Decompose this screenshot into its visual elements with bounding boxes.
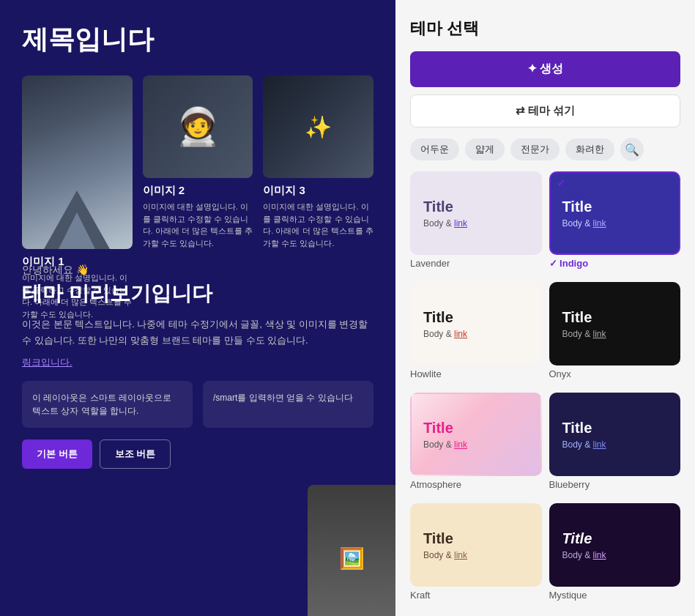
image-label-3: 이미지 3 [263,184,373,198]
label-lavender: Lavender [410,258,542,269]
main-title: 제목입니다 [22,22,373,58]
image-desc-3: 이미지에 대한 설명입니다. 이를 클릭하고 수정할 수 있습니다. 아래에 더… [263,201,373,249]
image-desc-2: 이미지에 대한 설명입니다. 이를 클릭하고 수정할 수 있습니다. 아래에 더… [143,201,253,249]
onyx-link: link [593,329,606,339]
kraft-link: link [454,550,467,560]
right-panel: 테마 선택 ✦ 생성 ⇄ 테마 섞기 어두운 얇게 전문가 화려한 🔍 Titl… [395,0,695,616]
image-placeholder-3[interactable]: ✨ [263,75,373,178]
theme-label-row-2: Howlite Onyx [410,365,680,385]
kraft-title: Title [423,530,529,547]
image-placeholder-1[interactable] [22,75,133,249]
filter-vibrant[interactable]: 화려한 [565,138,614,160]
onyx-body: Body & link [562,329,668,339]
theme-card-indigo-inner: Title Body & link [551,173,680,253]
preview-title: 테마 미리보기입니다 [22,280,373,308]
atmosphere-link: link [454,439,467,450]
label-indigo: ✓ Indigo [549,258,681,269]
atmosphere-body: Body & link [423,439,529,450]
shuffle-button[interactable]: ⇄ 테마 섞기 [410,94,680,127]
theme-row-1: Title Body & link ✓ Title Body & link [410,171,680,255]
howlite-body: Body & link [423,329,529,339]
theme-card-blueberry-inner: Title Body & link [551,394,680,475]
blueberry-title: Title [562,420,668,437]
theme-card-mystique-inner: Title Body & link [551,505,680,585]
generate-button[interactable]: ✦ 생성 [410,51,680,87]
theme-grid: Title Body & link ✓ Title Body & link La… [410,171,680,606]
secondary-button[interactable]: 보조 버튼 [100,439,171,469]
theme-card-blueberry[interactable]: Title Body & link [549,393,681,476]
text-boxes: 이 레이아웃은 스마트 레이아웃으로 텍스트 상자 역할을 합니다. /smar… [22,381,373,428]
mystique-link: link [593,550,606,560]
mystique-title: Title [562,530,668,547]
filter-row: 어두운 얇게 전문가 화려한 🔍 [410,138,680,161]
indigo-title: Title [562,198,668,215]
theme-row-2: Title Body & link Title Body & link [410,282,680,365]
label-blueberry: Blueberry [549,479,681,490]
label-atmosphere: Atmosphere [410,479,542,490]
search-icon[interactable]: 🔍 [620,138,644,161]
left-panel: 제목입니다 이미지 1 이미지에 대한 설명입니다. 이를 클릭하고 수정할 수… [0,0,395,616]
theme-label-row-4: Kraft Mystique [410,587,680,606]
bottom-buttons: 기본 버튼 보조 버튼 [22,439,373,469]
theme-label-row-1: Lavender ✓ Indigo [410,255,680,275]
label-howlite: Howlite [410,368,542,379]
label-onyx: Onyx [549,368,681,379]
theme-row-3: Title Body & link Title Body & link [410,393,680,476]
image-grid: 이미지 1 이미지에 대한 설명입니다. 이를 클릭하고 수정할 수 있습니다.… [22,75,373,249]
theme-card-onyx[interactable]: Title Body & link [549,282,681,365]
image-card-3[interactable]: ✨ 이미지 3 이미지에 대한 설명입니다. 이를 클릭하고 수정할 수 있습니… [263,75,373,249]
theme-card-howlite[interactable]: Title Body & link [410,282,542,365]
preview-body: 이것은 본문 텍스트입니다. 나중에 테마 수정기에서 글꼴, 색상 및 이미지… [22,316,373,349]
filter-dark[interactable]: 어두운 [410,138,459,160]
filter-professional[interactable]: 전문가 [510,138,560,160]
theme-row-4: Title Body & link Title Body & link [410,503,680,587]
theme-card-indigo[interactable]: ✓ Title Body & link [549,171,681,255]
howlite-title: Title [423,309,529,326]
theme-card-lavender[interactable]: Title Body & link [410,171,542,255]
theme-card-atmosphere[interactable]: Title Body & link [410,393,542,476]
theme-card-kraft-inner: Title Body & link [412,505,540,585]
onyx-title: Title [562,309,668,326]
lavender-body: Body & link [423,218,529,229]
text-box-2[interactable]: /smart를 입력하면 얻을 수 있습니다 [203,381,373,428]
theme-card-mystique[interactable]: Title Body & link [549,503,681,587]
theme-card-onyx-inner: Title Body & link [551,283,680,364]
image-placeholder-2[interactable]: 🧑‍🚀 [143,75,253,178]
blueberry-link: link [593,439,606,450]
theme-card-atmosphere-inner: Title Body & link [412,394,540,475]
image-label-2: 이미지 2 [143,184,253,198]
atmosphere-title: Title [423,420,529,437]
text-box-1[interactable]: 이 레이아웃은 스마트 레이아웃으로 텍스트 상자 역할을 합니다. [22,381,193,428]
filter-thin[interactable]: 얇게 [465,138,505,160]
label-kraft: Kraft [410,590,542,601]
preview-link[interactable]: 링크입니다. [22,356,373,369]
image-card-1[interactable]: 이미지 1 이미지에 대한 설명입니다. 이를 클릭하고 수정할 수 있습니다.… [22,75,133,249]
indigo-link: link [593,218,606,229]
indigo-body: Body & link [562,218,668,229]
panel-title: 테마 선택 [410,18,680,40]
mystique-body: Body & link [562,550,668,560]
primary-button[interactable]: 기본 버튼 [22,439,92,469]
theme-card-lavender-inner: Title Body & link [412,173,540,253]
theme-label-row-3: Atmosphere Blueberry [410,476,680,496]
greeting-section: 안녕하세요 👋 테마 미리보기입니다 이것은 본문 텍스트입니다. 나중에 테마… [22,264,373,469]
lavender-link: link [454,218,467,229]
greeting-text: 안녕하세요 👋 [22,264,373,277]
image-card-2[interactable]: 🧑‍🚀 이미지 2 이미지에 대한 설명입니다. 이를 클릭하고 수정할 수 있… [143,75,253,249]
theme-card-howlite-inner: Title Body & link [412,283,540,364]
theme-card-kraft[interactable]: Title Body & link [410,503,542,587]
overlay-image: 🖼️ [308,485,395,616]
label-mystique: Mystique [549,590,681,601]
blueberry-body: Body & link [562,439,668,450]
check-icon: ✓ [557,177,565,189]
lavender-title: Title [423,198,529,215]
kraft-body: Body & link [423,550,529,560]
howlite-link: link [454,329,467,339]
